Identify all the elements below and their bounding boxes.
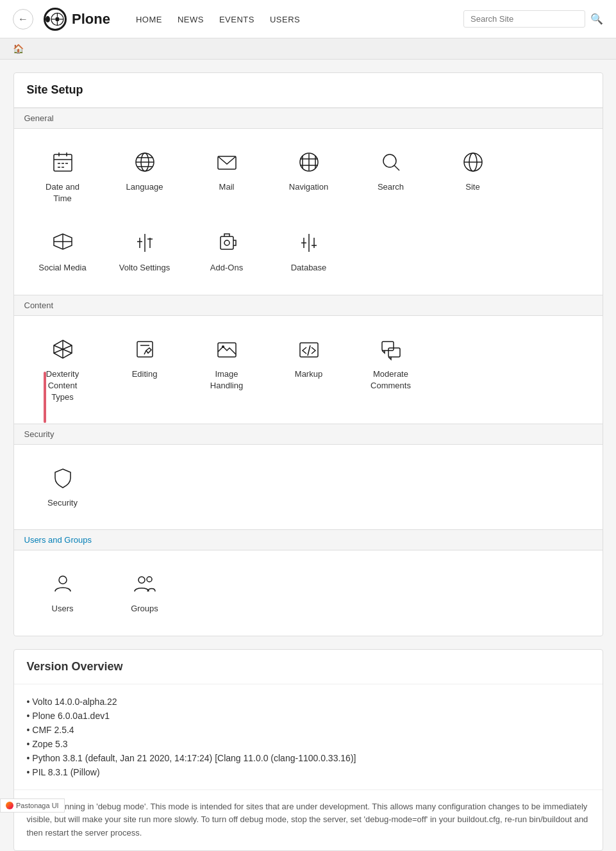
grid-item-groups[interactable]: Groups [106,561,183,625]
moderate-comments-icon [378,336,404,362]
version-item: Plone 6.0.0a1.dev1 [27,709,590,723]
grid-item-security[interactable]: Security [24,455,101,519]
mail-label: Mail [219,181,235,193]
content-items-grid: DexterityContentTypes Editing ImageHandl… [14,316,603,424]
security-section-header: Security [14,424,603,445]
grid-item-social-media[interactable]: Social Media [24,220,101,284]
grid-item-moderate-comments[interactable]: ModerateComments [353,326,429,414]
search-icon [378,149,404,175]
grid-item-mail[interactable]: Mail [188,139,265,215]
users-groups-items-grid: Users Groups [14,550,603,635]
plone-logo-icon [44,8,67,31]
grid-item-navigation[interactable]: Navigation [271,139,347,215]
navigation-label: Navigation [289,181,328,193]
grid-item-editing[interactable]: Editing [106,326,183,414]
svg-point-60 [59,576,67,584]
users-label: Users [52,603,74,615]
dexterity-icon [50,336,76,362]
search-button[interactable]: 🔍 [590,13,603,25]
version-item: Volto 14.0.0-alpha.22 [27,695,590,709]
svg-line-57 [308,345,310,356]
groups-icon [132,571,158,597]
svg-point-1 [55,17,59,21]
search-label: Search [378,181,404,193]
grid-item-add-ons[interactable]: Add-Ons [188,220,265,284]
moderate-comments-label: ModerateComments [370,368,411,392]
grid-item-site[interactable]: Site [435,139,512,215]
svg-rect-6 [54,154,72,171]
grid-item-users[interactable]: Users [24,561,101,625]
image-handling-label: ImageHandling [210,368,243,392]
date-time-label: Date andTime [46,181,79,204]
svg-point-41 [224,240,229,245]
debug-notice: You are running in 'debug mode'. This mo… [14,790,603,850]
grid-item-database[interactable]: Database [271,220,347,284]
navigation-icon [296,149,322,175]
database-icon [296,230,322,256]
nav-news[interactable]: NEWS [178,15,204,24]
svg-point-62 [147,577,152,582]
markup-icon [296,336,322,362]
image-handling-icon [214,336,240,362]
security-label: Security [47,497,78,509]
pastonaga-label: Pastonaga UI [16,802,59,809]
version-item: Zope 5.3 [27,737,590,751]
markup-label: Markup [295,368,322,380]
add-ons-label: Add-Ons [210,262,243,274]
volto-settings-label: Volto Settings [119,262,171,274]
nav-home[interactable]: HOME [136,15,162,24]
site-setup-card: Site Setup General Date andTime Language [13,72,603,636]
grid-item-markup[interactable]: Markup [271,326,347,414]
breadcrumb-home-link[interactable]: 🏠 [13,44,24,54]
site-label: Site [465,181,479,193]
grid-item-dexterity[interactable]: DexterityContentTypes [24,326,101,414]
dexterity-label: DexterityContentTypes [46,368,79,404]
site-icon [460,149,486,175]
security-items-grid: Security [14,445,603,529]
nav-users[interactable]: USERS [270,15,300,24]
general-section-header: General [14,108,603,129]
social-media-label: Social Media [38,262,86,274]
security-icon [50,465,76,491]
logo-text: Plone [72,11,110,28]
mail-icon [214,149,240,175]
grid-item-image-handling[interactable]: ImageHandling [188,326,265,414]
version-list: Volto 14.0.0-alpha.22 Plone 6.0.0a1.dev1… [14,684,603,790]
database-label: Database [291,262,327,274]
site-logo[interactable]: Plone [44,8,110,31]
back-button[interactable]: ← [13,9,33,29]
site-setup-title: Site Setup [14,73,603,108]
nav-events[interactable]: EVENTS [219,15,254,24]
editing-label: Editing [132,368,158,380]
general-items-grid: Date andTime Language Mail Navigation [14,129,603,295]
version-item: Python 3.8.1 (default, Jan 21 2020, 14:1… [27,751,590,765]
main-content: Site Setup General Date andTime Language [1,60,616,851]
grid-item-search[interactable]: Search [353,139,429,215]
breadcrumb: 🏠 [0,38,616,60]
svg-point-61 [138,577,145,583]
grid-item-language[interactable]: Language [106,139,183,215]
users-icon [50,571,76,597]
grid-item-volto-settings[interactable]: Volto Settings [106,220,183,284]
svg-point-55 [222,345,224,348]
svg-line-28 [394,165,399,170]
search-input[interactable] [463,10,585,28]
svg-rect-59 [388,348,400,357]
version-item: CMF 2.5.4 [27,723,590,737]
groups-label: Groups [131,603,158,615]
version-overview-card: Version Overview Volto 14.0.0-alpha.22 P… [13,649,603,851]
users-groups-section-header: Users and Groups [14,529,603,550]
date-time-icon [50,149,76,175]
pastonaga-dot [6,802,13,809]
editing-icon [132,336,158,362]
search-area: 🔍 [463,10,603,28]
main-nav: HOME NEWS EVENTS USERS [136,14,300,24]
svg-line-53 [144,351,146,354]
red-accent-decoration [44,372,46,423]
language-label: Language [126,181,163,193]
social-media-icon [50,230,76,256]
svg-rect-58 [382,342,394,351]
grid-item-date-time[interactable]: Date andTime [24,139,101,215]
language-icon [132,149,158,175]
volto-settings-icon [132,230,158,256]
